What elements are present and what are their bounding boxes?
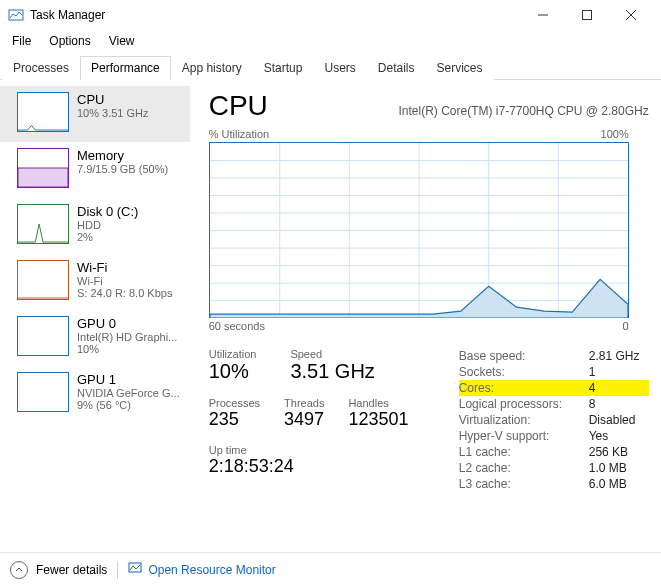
- speed-value: 3.51 GHz: [290, 360, 374, 383]
- meta-value: 4: [589, 381, 649, 395]
- sidebar-item-memory[interactable]: Memory 7.9/15.9 GB (50%): [0, 142, 190, 198]
- monitor-icon: [128, 561, 142, 578]
- tab-details[interactable]: Details: [367, 56, 426, 80]
- meta-value: 1: [589, 365, 649, 379]
- meta-value: Yes: [589, 429, 649, 443]
- fewer-details-label: Fewer details: [36, 563, 107, 577]
- sidebar-item-sub2: 10%: [77, 343, 177, 355]
- cpu-meta-table: Base speed:2.81 GHz Sockets:1 Cores:4 Lo…: [459, 348, 649, 492]
- uptime-value: 2:18:53:24: [209, 456, 439, 477]
- sidebar-item-label: Wi-Fi: [77, 260, 172, 275]
- disk-thumb-icon: [17, 204, 69, 244]
- stat-label: Up time: [209, 444, 439, 456]
- tab-startup[interactable]: Startup: [253, 56, 314, 80]
- page-title: CPU: [209, 90, 268, 122]
- menu-options[interactable]: Options: [41, 32, 98, 50]
- sidebar-item-sub2: 9% (56 °C): [77, 399, 180, 411]
- meta-key: L1 cache:: [459, 445, 511, 459]
- open-resource-monitor-label: Open Resource Monitor: [148, 563, 275, 577]
- gpu0-thumb-icon: [17, 316, 69, 356]
- sidebar-item-sub: HDD: [77, 219, 138, 231]
- meta-key: L2 cache:: [459, 461, 511, 475]
- titlebar: Task Manager: [0, 0, 661, 30]
- sidebar-item-label: Disk 0 (C:): [77, 204, 138, 219]
- tab-app-history[interactable]: App history: [171, 56, 253, 80]
- sidebar-item-label: Memory: [77, 148, 168, 163]
- main-area: CPU 10% 3.51 GHz Memory 7.9/15.9 GB (50%…: [0, 80, 661, 552]
- tab-services[interactable]: Services: [426, 56, 494, 80]
- close-button[interactable]: [609, 1, 653, 29]
- meta-key: Virtualization:: [459, 413, 531, 427]
- meta-row-cores-highlight: Cores:4: [459, 380, 649, 396]
- meta-value: Disabled: [589, 413, 649, 427]
- footer-bar: Fewer details Open Resource Monitor: [0, 552, 661, 584]
- sidebar-item-sub: NVIDIA GeForce G...: [77, 387, 180, 399]
- meta-key: Cores:: [459, 381, 494, 395]
- stat-label: Handles: [348, 397, 408, 409]
- performance-sidebar: CPU 10% 3.51 GHz Memory 7.9/15.9 GB (50%…: [0, 80, 191, 552]
- sidebar-item-sub2: 2%: [77, 231, 138, 243]
- content-pane: CPU Intel(R) Core(TM) i7-7700HQ CPU @ 2.…: [191, 80, 661, 552]
- sidebar-item-label: CPU: [77, 92, 149, 107]
- tab-users[interactable]: Users: [313, 56, 366, 80]
- chart-x-left: 60 seconds: [209, 320, 265, 332]
- sidebar-item-sub: 10% 3.51 GHz: [77, 107, 149, 119]
- meta-key: Logical processors:: [459, 397, 562, 411]
- meta-value: 8: [589, 397, 649, 411]
- stat-label: Threads: [284, 397, 324, 409]
- svg-rect-0: [9, 10, 23, 20]
- menu-view[interactable]: View: [101, 32, 143, 50]
- fewer-details-button[interactable]: Fewer details: [10, 561, 107, 579]
- cpu-model: Intel(R) Core(TM) i7-7700HQ CPU @ 2.80GH…: [398, 104, 648, 118]
- meta-value: 1.0 MB: [589, 461, 649, 475]
- tab-strip: Processes Performance App history Startu…: [0, 55, 661, 80]
- utilization-value: 10%: [209, 360, 257, 383]
- sidebar-item-sub: 7.9/15.9 GB (50%): [77, 163, 168, 175]
- chart-x-right: 0: [623, 320, 629, 332]
- meta-value: 2.81 GHz: [589, 349, 649, 363]
- maximize-button[interactable]: [565, 1, 609, 29]
- sidebar-item-sub: Wi-Fi: [77, 275, 172, 287]
- sidebar-item-gpu1[interactable]: GPU 1 NVIDIA GeForce G... 9% (56 °C): [0, 366, 190, 422]
- wifi-thumb-icon: [17, 260, 69, 300]
- chevron-up-icon: [10, 561, 28, 579]
- menu-file[interactable]: File: [4, 32, 39, 50]
- cpu-thumb-icon: [17, 92, 69, 132]
- sidebar-item-label: GPU 1: [77, 372, 180, 387]
- handles-value: 123501: [348, 409, 408, 430]
- minimize-button[interactable]: [521, 1, 565, 29]
- stat-label: Speed: [290, 348, 374, 360]
- svg-rect-5: [18, 168, 68, 187]
- sidebar-item-wifi[interactable]: Wi-Fi Wi-Fi S: 24.0 R: 8.0 Kbps: [0, 254, 190, 310]
- meta-value: 256 KB: [589, 445, 649, 459]
- sidebar-item-gpu0[interactable]: GPU 0 Intel(R) HD Graphi... 10%: [0, 310, 190, 366]
- gpu1-thumb-icon: [17, 372, 69, 412]
- meta-key: L3 cache:: [459, 477, 511, 491]
- meta-value: 6.0 MB: [589, 477, 649, 491]
- tab-processes[interactable]: Processes: [2, 56, 80, 80]
- menu-bar: File Options View: [0, 30, 661, 55]
- footer-divider: [117, 561, 118, 579]
- stat-label: Processes: [209, 397, 260, 409]
- tab-performance[interactable]: Performance: [80, 56, 171, 80]
- utilization-chart[interactable]: [209, 142, 629, 318]
- task-manager-icon: [8, 7, 24, 23]
- processes-value: 235: [209, 409, 260, 430]
- sidebar-item-sub: Intel(R) HD Graphi...: [77, 331, 177, 343]
- chart-y-label: % Utilization: [209, 128, 270, 140]
- memory-thumb-icon: [17, 148, 69, 188]
- stat-label: Utilization: [209, 348, 257, 360]
- open-resource-monitor-link[interactable]: Open Resource Monitor: [128, 561, 275, 578]
- meta-key: Base speed:: [459, 349, 526, 363]
- svg-rect-2: [583, 11, 592, 20]
- meta-key: Hyper-V support:: [459, 429, 550, 443]
- sidebar-item-label: GPU 0: [77, 316, 177, 331]
- window-title: Task Manager: [30, 8, 521, 22]
- window-controls: [521, 1, 653, 29]
- sidebar-item-cpu[interactable]: CPU 10% 3.51 GHz: [0, 86, 190, 142]
- meta-key: Sockets:: [459, 365, 505, 379]
- threads-value: 3497: [284, 409, 324, 430]
- chart-y-max: 100%: [601, 128, 629, 140]
- sidebar-item-disk[interactable]: Disk 0 (C:) HDD 2%: [0, 198, 190, 254]
- sidebar-item-sub2: S: 24.0 R: 8.0 Kbps: [77, 287, 172, 299]
